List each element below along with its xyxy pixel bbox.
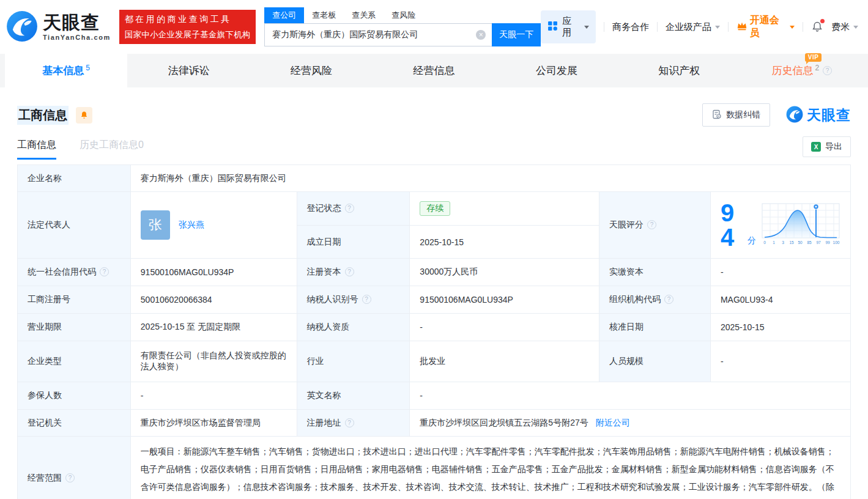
divider [604,22,604,32]
tab-operational-risk[interactable]: 经营风险 [250,54,373,87]
tab-label: 经营风险 [291,64,332,78]
field-value-staff-size: - [710,341,850,382]
table-row: 企业类型 有限责任公司（非自然人投资或控股的法人独资） 行业 批发业 人员规模 … [18,341,851,382]
field-value-taxpayer-quality: - [410,314,599,341]
field-value-reg-capital: 30000万人民币 [410,259,599,286]
search-tab-company[interactable]: 查公司 [264,7,304,23]
svg-text:3: 3 [782,240,784,245]
table-row: 登记机关 重庆市沙坪坝区市场监督管理局 注册地址 重庆市沙坪坝区回龙坝镇五云湖路… [18,410,851,437]
score-label: 天眼评分 [609,220,644,229]
subscribe-bell-button[interactable] [76,107,92,124]
tab-label: 法律诉讼 [168,64,210,78]
export-button[interactable]: X 导出 [803,136,851,157]
menu-enterprise[interactable]: 企业级产品 [666,21,720,33]
nearby-companies-link[interactable]: 附近公司 [596,418,630,427]
menu-cooperation[interactable]: 商务合作 [612,21,649,33]
brand-logo-icon [786,106,803,125]
field-label-establish-date: 成立日期 [297,226,410,259]
field-value-business-term: 2025-10-15 至 无固定期限 [130,314,297,341]
subtab-history-business-info[interactable]: 历史工商信息0 [80,139,144,160]
legal-rep-link[interactable]: 张兴燕 [179,220,204,231]
help-icon[interactable] [362,295,371,304]
credit-code-label: 统一社会信用代码 [28,267,96,276]
field-value-org-code: MAG0LU93-4 [710,286,850,314]
divider [728,22,729,32]
search-tab-relation[interactable]: 查关系 [344,7,384,23]
tab-history-info[interactable]: 历史信息 VIP 2 [741,54,863,87]
tianyancha-logo[interactable]: 天眼查 TianYanCha.com [6,10,111,44]
status-badge: 存续 [420,201,450,216]
tab-legal-proceedings[interactable]: 法律诉讼 [127,54,250,87]
tab-intellectual-property[interactable]: 知识产权 [618,54,740,87]
business-scope-label: 经营范围 [28,473,62,482]
tab-label: 基本信息 [42,64,84,78]
top-bar: 天眼查 TianYanCha.com 都在用的商业查询工具 国家中小企业发展子基… [0,0,868,54]
help-icon[interactable] [345,267,354,276]
field-value-paid-capital: - [710,259,850,286]
divider [803,22,803,32]
table-row: 企业名称 赛力斯海外（重庆）国际贸易有限公司 [18,165,851,192]
svg-text:50: 50 [798,240,803,245]
search-tab-boss[interactable]: 查老板 [304,7,344,23]
slogan-line1: 都在用的商业查询工具 [125,12,251,27]
tab-label: 经营信息 [413,64,454,78]
svg-text:85: 85 [807,240,812,245]
field-label-reg-status: 登记状态 [297,192,410,226]
field-value-legal-rep: 张 张兴燕 [130,192,297,259]
field-label-company-type: 企业类型 [18,341,131,382]
help-icon[interactable] [647,220,656,229]
reg-address-label: 注册地址 [307,418,341,427]
tab-count: 5 [86,64,90,72]
apps-menu[interactable]: 应用 [541,10,596,43]
username: 费米 [831,21,850,33]
help-icon[interactable] [65,473,75,482]
notification-bell-icon[interactable] [811,21,823,33]
search-button[interactable]: 天眼一下 [492,23,541,46]
tab-basic-info[interactable]: 基本信息 5 [5,54,127,87]
vip-label: 开通会员 [750,14,786,40]
reg-capital-label: 注册资本 [307,267,341,276]
field-label-insured-count: 参保人数 [18,382,131,410]
subtab-business-info[interactable]: 工商信息 [17,139,56,160]
chevron-down-icon [790,26,795,29]
vip-badge: VIP [805,53,822,62]
help-icon[interactable] [664,295,673,304]
help-icon[interactable] [345,418,354,427]
help-icon[interactable] [345,204,354,213]
avatar[interactable]: 张 [141,210,170,240]
search-tab-risk[interactable]: 查风险 [384,7,423,23]
svg-text:97: 97 [816,240,821,245]
help-icon[interactable] [823,66,832,75]
field-value-company-name: 赛力斯海外（重庆）国际贸易有限公司 [130,165,850,192]
field-label-credit-code: 统一社会信用代码 [18,259,131,286]
field-value-business-scope: 一般项目：新能源汽车整车销售；汽车销售；货物进出口；技术进出口；进出口代理；汽车… [130,437,850,499]
search-input[interactable] [264,23,492,46]
field-label-approval-date: 核准日期 [599,314,711,341]
correction-doc-icon [712,109,722,121]
org-code-label: 组织机构代码 [609,294,661,304]
table-row: 营业期限 2025-10-15 至 无固定期限 纳税人资质 - 核准日期 202… [18,314,851,341]
open-vip-button[interactable]: 开通会员 [736,14,795,40]
tab-label: 公司发展 [536,64,577,78]
brand-name: 天眼查 [807,106,851,125]
field-label-business-term: 营业期限 [18,314,131,341]
field-value-approval-date: 2025-10-15 [710,314,850,341]
help-icon[interactable] [100,267,109,276]
tab-business-info[interactable]: 经营信息 [373,54,495,87]
tab-label: 知识产权 [658,64,700,78]
table-row: 统一社会信用代码 91500106MAG0LU934P 注册资本 30000万人… [18,259,851,286]
table-row: 参保人数 - 英文名称 - [18,382,851,410]
field-label-org-code: 组织机构代码 [599,286,711,314]
export-label: 导出 [825,141,842,152]
table-row: 经营范围 一般项目：新能源汽车整车销售；汽车销售；货物进出口；技术进出口；进出口… [18,437,851,499]
tab-company-development[interactable]: 公司发展 [495,54,618,87]
field-label-reg-capital: 注册资本 [297,259,410,286]
field-value-english-name: - [410,382,851,410]
field-label-reg-address: 注册地址 [297,410,410,437]
user-menu[interactable]: 费米 [831,21,858,33]
field-value-industry: 批发业 [410,341,599,382]
score-distribution-chart: 0 1 3 15 50 85 97 99 100 [761,202,840,248]
watermark-brand: 天眼查 [786,106,851,125]
tab-label: 历史信息 [771,65,813,76]
data-correction-button[interactable]: 数据纠错 [702,103,770,127]
